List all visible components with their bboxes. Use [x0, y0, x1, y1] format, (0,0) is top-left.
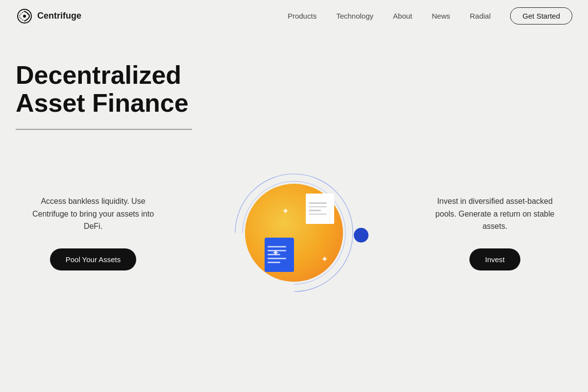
doc-line-dark-2: [309, 206, 327, 208]
navbar: Centrifuge Products Technology About New…: [0, 0, 588, 32]
left-panel: Access bankless liquidity. Use Centrifug…: [20, 195, 167, 270]
right-description: Invest in diversified asset-backed pools…: [426, 195, 564, 233]
nav-link-about[interactable]: About: [393, 12, 412, 20]
logo-text: Centrifuge: [37, 11, 81, 21]
main-content: Access bankless liquidity. Use Centrifug…: [0, 140, 588, 316]
pool-assets-button[interactable]: Pool Your Assets: [50, 248, 137, 270]
doc-line-dark-1: [309, 202, 327, 204]
left-description: Access bankless liquidity. Use Centrifug…: [29, 195, 157, 233]
invest-button[interactable]: Invest: [469, 248, 520, 270]
sparkle-1: ✦: [282, 206, 289, 217]
doc-card-blue: [265, 238, 294, 272]
nav-link-radial[interactable]: Radial: [470, 12, 491, 20]
centrifuge-logo-icon: [16, 7, 33, 25]
nav-link-products[interactable]: Products: [288, 12, 317, 20]
blue-dot-decoration: [354, 228, 368, 243]
center-illustration: ✦ ✦ ✦: [211, 149, 377, 316]
svg-point-1: [23, 15, 26, 18]
hero-section: Decentralized Asset Finance: [0, 32, 588, 130]
nav-link-technology[interactable]: Technology: [336, 12, 373, 20]
sparkle-3: ✦: [321, 254, 328, 265]
sparkle-2: ✦: [272, 247, 279, 258]
hero-title: Decentralized Asset Finance: [16, 61, 221, 117]
doc-line-dark-4: [309, 214, 327, 215]
nav-links: Products Technology About News Radial Ge…: [288, 7, 572, 24]
doc-line-dark-3: [309, 210, 321, 211]
get-started-button[interactable]: Get Started: [510, 7, 572, 24]
logo-link[interactable]: Centrifuge: [16, 7, 81, 25]
nav-link-news[interactable]: News: [432, 12, 450, 20]
doc-line-5: [268, 262, 280, 263]
hero-divider: [16, 129, 192, 130]
doc-card-white: [306, 194, 334, 224]
right-panel: Invest in diversified asset-backed pools…: [421, 195, 568, 270]
